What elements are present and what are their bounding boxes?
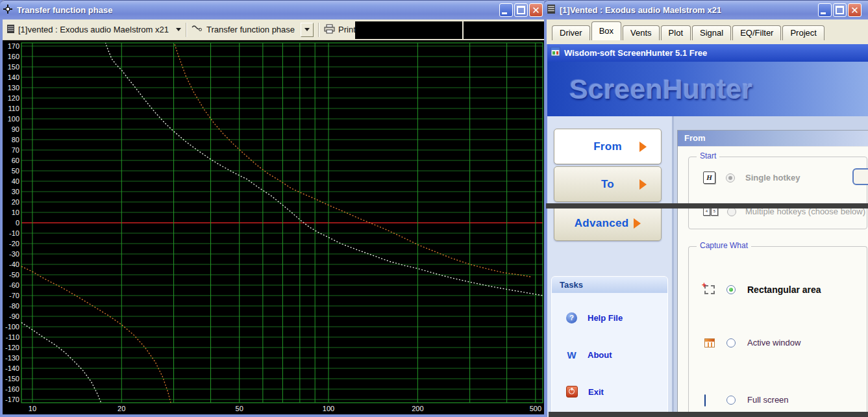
active-window-option[interactable]: Active window: [704, 338, 800, 348]
to-nav-button[interactable]: To: [554, 166, 662, 202]
svg-text:-60: -60: [9, 281, 19, 289]
about-task[interactable]: W About: [566, 349, 612, 360]
svg-text:-140: -140: [5, 364, 19, 372]
svg-text:60: 60: [12, 157, 19, 164]
graph-combo-value: Transfer function phase: [206, 25, 295, 34]
plot-window-title: Transfer function phase: [17, 5, 112, 15]
tab-box[interactable]: Box: [591, 21, 621, 40]
svg-text:20: 20: [118, 405, 125, 412]
advanced-nav-label: Advanced: [575, 217, 629, 230]
svg-text:-160: -160: [5, 385, 19, 393]
print-button[interactable]: Print: [324, 24, 356, 36]
single-hotkey-option[interactable]: H Single hotkey: [703, 171, 800, 184]
capture-what-groupbox: Capture What + Rectangular area Active w…: [688, 246, 867, 417]
single-hotkey-radio[interactable]: [726, 173, 735, 183]
svg-text:20: 20: [12, 198, 19, 206]
svg-text:150: 150: [8, 63, 19, 71]
svg-text:90: 90: [12, 125, 19, 133]
minimize-button[interactable]: [499, 3, 513, 17]
rectangular-area-radio[interactable]: [726, 285, 736, 294]
svg-text:-150: -150: [5, 375, 19, 383]
phase-chart: 1701601501401301201101009080706050403020…: [3, 40, 545, 414]
w-icon: W: [566, 349, 577, 360]
plot-toolbar: [1]vented : Exodus audio Maelstrom x21 T…: [3, 19, 545, 40]
tab-eq-filter[interactable]: EQ/Filter: [732, 25, 781, 40]
maximize-button[interactable]: [833, 3, 847, 17]
project-combobox[interactable]: [1]vented : Exodus audio Maelstrom x21: [6, 25, 181, 35]
print-label: Print: [338, 25, 356, 34]
toolbar-separator: [186, 23, 187, 37]
advanced-nav-button[interactable]: Advanced: [554, 205, 662, 241]
chevron-down-icon: [304, 28, 310, 31]
minimize-button[interactable]: [818, 3, 832, 17]
capture-what-legend: Capture What: [697, 241, 751, 250]
plot-window-titlebar[interactable]: Transfer function phase ✕: [0, 0, 548, 19]
svg-text:-70: -70: [9, 292, 19, 299]
svg-text:140: 140: [8, 73, 19, 81]
screenhunter-title: Wisdom-soft ScreenHunter 5.1 Free: [564, 48, 707, 58]
svg-text:-40: -40: [9, 260, 19, 268]
from-nav-button[interactable]: From: [554, 129, 662, 164]
active-window-icon: [704, 338, 715, 348]
close-button[interactable]: ✕: [848, 3, 862, 17]
svg-text:50: 50: [236, 405, 243, 412]
svg-text:500: 500: [530, 405, 541, 412]
screenhunter-titlebar[interactable]: Wisdom-soft ScreenHunter 5.1 Free: [547, 44, 868, 62]
help-icon: ?: [566, 312, 577, 323]
sine-wave-icon: [192, 25, 203, 34]
screenhunter-app-icon: [551, 47, 560, 59]
from-nav-label: From: [593, 140, 622, 153]
rectangular-area-option[interactable]: + Rectangular area: [704, 284, 821, 295]
svg-text:110: 110: [8, 105, 19, 112]
svg-text:120: 120: [8, 94, 19, 102]
screenhunter-window: Wisdom-soft ScreenHunter 5.1 Free Screen…: [545, 44, 868, 417]
active-window-label: Active window: [747, 338, 800, 348]
svg-text:-120: -120: [5, 344, 19, 351]
box-window-titlebar[interactable]: [1]Vented : Exodus audio Maelstrom x21 ✕: [544, 0, 868, 19]
tab-strip: DriverBoxVentsPlotSignalEQ/FilterProject: [547, 19, 868, 40]
tab-driver[interactable]: Driver: [552, 25, 590, 40]
exit-label: Exit: [588, 387, 604, 397]
legend-box-2: [464, 21, 545, 39]
exit-task[interactable]: Exit: [566, 386, 604, 398]
svg-text:130: 130: [8, 84, 19, 92]
svg-text:-50: -50: [9, 271, 19, 279]
tab-vents[interactable]: Vents: [623, 25, 660, 40]
tasks-header: Tasks: [552, 277, 667, 293]
box-project-icon: [6, 25, 15, 35]
svg-text:170: 170: [8, 42, 19, 50]
full-screen-radio[interactable]: [726, 396, 736, 405]
svg-text:-80: -80: [9, 302, 19, 310]
svg-text:70: 70: [12, 146, 19, 154]
exit-power-icon: [566, 386, 578, 398]
box-window-title: [1]Vented : Exodus audio Maelstrom x21: [560, 5, 721, 15]
background-window-edge: [549, 412, 868, 417]
maximize-button[interactable]: [514, 3, 528, 17]
arrow-right-icon: [639, 142, 647, 152]
tab-signal[interactable]: Signal: [692, 25, 731, 40]
full-screen-option[interactable]: Full screen: [704, 395, 789, 405]
to-nav-label: To: [601, 178, 614, 191]
desktop: Transfer function phase ✕ [1]vented : Ex…: [0, 0, 868, 417]
svg-text:-10: -10: [9, 229, 19, 237]
tab-project[interactable]: Project: [782, 25, 824, 40]
tab-plot[interactable]: Plot: [661, 25, 691, 40]
svg-text:200: 200: [412, 405, 423, 412]
svg-text:80: 80: [12, 136, 19, 144]
graph-type-combobox[interactable]: Transfer function phase: [192, 23, 314, 37]
graph-combo-dropdown-button[interactable]: [301, 23, 314, 37]
single-hotkey-label: Single hotkey: [745, 173, 800, 183]
svg-text:40: 40: [12, 177, 19, 185]
crosshair-icon: [3, 4, 13, 17]
help-file-task[interactable]: ? Help File: [566, 312, 623, 323]
phase-plot-area: 1701601501401301201101009080706050403020…: [3, 40, 545, 414]
rectangular-area-icon: +: [704, 285, 715, 294]
active-window-radio[interactable]: [726, 338, 736, 348]
hotkey-assign-button[interactable]: [852, 168, 868, 185]
close-button[interactable]: ✕: [529, 3, 543, 17]
svg-text:100: 100: [8, 115, 19, 123]
svg-text:-100: -100: [5, 323, 19, 331]
column-divider: [672, 116, 674, 417]
svg-text:100: 100: [323, 405, 334, 412]
from-options-panel: From Start H Single hotkey 45 Multiple h…: [677, 130, 868, 417]
